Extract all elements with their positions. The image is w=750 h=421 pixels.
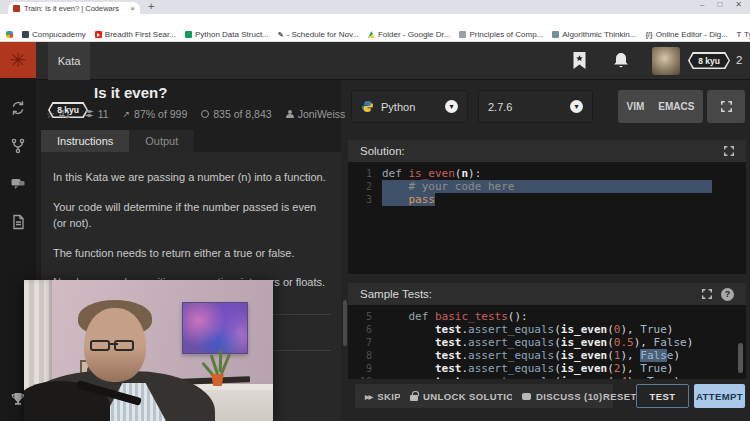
bookmark-item[interactable]: {/}Online Editor - Dig... [645, 30, 727, 39]
bookmark-item[interactable]: Principles of Comp... [459, 30, 543, 39]
language-value: Python [381, 101, 438, 113]
bookmark-item[interactable]: Compucademy [22, 30, 86, 39]
bookmark-item[interactable]: Folder - Google Dr... [368, 30, 450, 39]
instructions-paragraph: The function needs to return either a tr… [53, 245, 331, 262]
docs-icon[interactable] [11, 214, 26, 230]
solution-label: Solution: [360, 145, 405, 157]
test-button[interactable]: TEST [636, 384, 689, 408]
kumite-fork-icon[interactable] [10, 138, 26, 154]
browser-tab[interactable]: Train: Is it even? | Codewars × [8, 2, 140, 14]
sample-tests-expand-button[interactable] [702, 289, 712, 299]
webcam-person-glasses [90, 340, 134, 351]
attempt-button[interactable]: ATTEMPT [694, 384, 745, 408]
user-avatar[interactable] [652, 47, 680, 75]
solution-expand-button[interactable] [724, 146, 734, 156]
kata-rank-label: 8 kyu [57, 105, 79, 115]
line-number: 7 [348, 336, 372, 349]
code-line[interactable]: 2 # your code here [348, 180, 746, 193]
bookmark-favicon: T [737, 31, 741, 38]
lock-icon [410, 395, 418, 401]
chevron-down-icon: ▾ [445, 100, 458, 113]
help-icon[interactable]: ? [721, 288, 734, 301]
line-number: 1 [348, 167, 372, 180]
line-number: 5 [348, 310, 372, 323]
bookmark-favicon [95, 31, 102, 38]
window-minimize-button[interactable]: – [700, 0, 704, 9]
window-maximize-button[interactable]: □ [717, 0, 722, 9]
line-number: 8 [348, 349, 372, 362]
bookmark-favicon [6, 31, 13, 38]
skip-icon: ▶▶ [365, 393, 372, 400]
bookmark-item[interactable]: TTyping Practice for... [737, 30, 750, 39]
codewars-favicon [13, 5, 20, 12]
bookmark-favicon [22, 31, 29, 38]
bookmark-favicon [552, 31, 559, 38]
expand-icon [721, 101, 732, 112]
screen: Train: Is it even? | Codewars × + – □ ✕ … [0, 0, 750, 421]
stat-author[interactable]: JoniWeiss [286, 108, 346, 120]
version-select[interactable]: 2.7.6 ▾ [478, 90, 593, 123]
tab-instructions[interactable]: Instructions [41, 130, 129, 152]
trend-icon: ↗ [123, 109, 131, 119]
bookmark-item[interactable]: Algorithmic Thinkin... [552, 30, 636, 39]
bookmark-favicon: {/} [645, 31, 652, 38]
fullscreen-button[interactable] [707, 90, 745, 123]
webcam-overlay [24, 280, 273, 421]
sample-tests-editor[interactable]: 5 def basic_tests():6 test.assert_equals… [348, 305, 746, 379]
globe-icon [201, 110, 209, 118]
rank-badge-label: 8 kyu [698, 56, 720, 66]
honor-count: 2 [736, 54, 742, 66]
line-number: 3 [348, 193, 372, 206]
bookmark-item[interactable] [6, 31, 13, 38]
sample-tests-scrollbar[interactable] [738, 343, 743, 373]
nav-kata-tab[interactable]: Kata [48, 42, 90, 80]
user-rank-badge[interactable]: 8 kyu [688, 52, 730, 69]
line-number: 9 [348, 362, 372, 375]
code-line[interactable]: 7 test.assert_equals(is_even(0.5), False… [348, 336, 746, 349]
emacs-button[interactable]: EMACS [658, 101, 694, 112]
codewars-logo[interactable]: ✳ [0, 42, 36, 78]
code-line[interactable]: 3 pass [348, 193, 746, 206]
webcam-painting [182, 302, 248, 354]
discourse-chat-icon[interactable] [10, 176, 26, 192]
code-line[interactable]: 9 test.assert_equals(is_even(2), True) [348, 362, 746, 375]
instructions-scrollbar[interactable] [343, 300, 347, 346]
solution-header: Solution: [348, 140, 746, 162]
stat-completion: ↗87% of 999 [123, 108, 188, 120]
language-select[interactable]: Python ▾ [351, 90, 468, 123]
bookmark-favicon [185, 31, 192, 38]
kata-stats: ☆41 11 ↗87% of 999 835 of 8,843 JoniWeis… [46, 108, 345, 120]
code-line[interactable]: 8 test.assert_equals(is_even(1), False) [348, 349, 746, 362]
bookmark-favicon: ✎ [278, 31, 284, 38]
action-bar: ▶▶ SKIP UNLOCK SOLUTIONS DISCUSS (10) RE… [341, 380, 750, 421]
sample-tests-header: Sample Tests: ? [348, 283, 746, 305]
kata-title: Is it even? [94, 84, 167, 101]
version-value: 2.7.6 [488, 101, 563, 113]
code-line[interactable]: 10 test.assert_equals(is_even(-4), True) [348, 375, 746, 379]
bookmark-item[interactable]: Python Data Struct... [185, 30, 269, 39]
expand-icon [724, 146, 734, 156]
new-tab-button[interactable]: + [148, 0, 154, 12]
line-number: 6 [348, 323, 372, 336]
layers-icon [85, 110, 94, 118]
bookmark-item[interactable]: ✎- Schedule for Nov... [278, 30, 359, 39]
window-close-button[interactable]: ✕ [735, 0, 742, 9]
tab-output[interactable]: Output [129, 130, 194, 152]
code-line[interactable]: 5 def basic_tests(): [348, 310, 746, 323]
notifications-bell-icon[interactable] [612, 51, 630, 70]
code-line[interactable]: 1def is_even(n): [348, 167, 746, 180]
browser-tab-strip: Train: Is it even? | Codewars × + – □ ✕ [0, 0, 750, 14]
vim-button[interactable]: VIM [627, 101, 645, 112]
train-icon[interactable] [10, 100, 26, 116]
python-icon [361, 100, 374, 113]
editor-mode-group: VIM EMACS [618, 90, 703, 123]
bookmark-item[interactable]: Breadth First Sear... [95, 30, 176, 39]
code-line[interactable]: 6 test.assert_equals(is_even(0), True) [348, 323, 746, 336]
description-tabs: Instructions Output [41, 130, 194, 152]
solution-editor[interactable]: 1def is_even(n):2 # your code here3 pass [348, 162, 746, 274]
tab-close-icon[interactable]: × [130, 4, 135, 13]
stat-completed: 835 of 8,843 [201, 108, 271, 120]
chevron-down-icon: ▾ [570, 100, 583, 113]
user-icon [286, 110, 294, 119]
bookmark-kata-icon[interactable] [572, 51, 587, 70]
